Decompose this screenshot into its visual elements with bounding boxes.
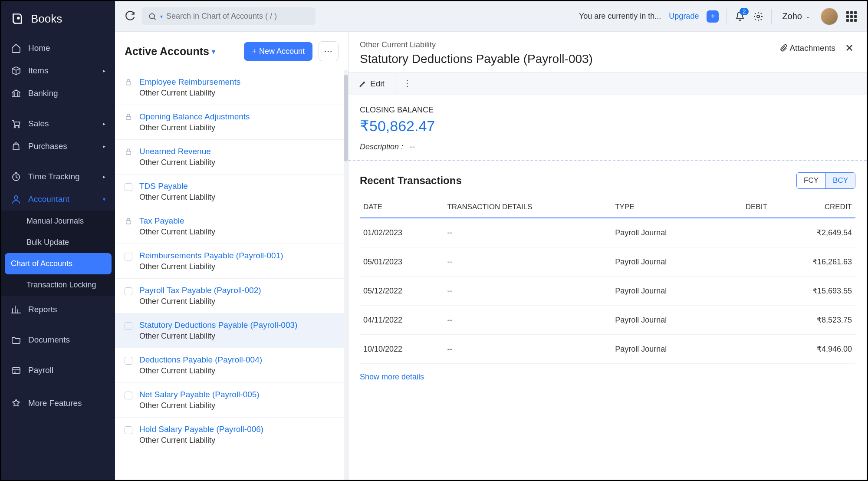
account-name[interactable]: Employee Reimbursements bbox=[139, 77, 334, 87]
chevron-down-icon: ▾ bbox=[212, 47, 215, 56]
chevron-right-icon: ▸ bbox=[103, 121, 105, 127]
account-name[interactable]: Unearned Revenue bbox=[139, 147, 334, 156]
account-row[interactable]: Reimbursements Payable (Payroll-001)Othe… bbox=[115, 244, 344, 279]
account-name[interactable]: TDS Payable bbox=[139, 181, 334, 191]
account-name[interactable]: Opening Balance Adjustments bbox=[139, 112, 334, 122]
refresh-icon[interactable] bbox=[125, 11, 136, 22]
show-more-link[interactable]: Show more details bbox=[360, 372, 424, 382]
account-row[interactable]: Deductions Payable (Payroll-004)Other Cu… bbox=[115, 348, 344, 383]
account-row[interactable]: Hold Salary Payable (Payroll-006)Other C… bbox=[115, 418, 344, 452]
account-row[interactable]: TDS PayableOther Current Liability bbox=[115, 175, 344, 209]
fcy-button[interactable]: FCY bbox=[797, 173, 825, 188]
tx-details: -- bbox=[444, 306, 612, 335]
org-switcher[interactable]: Zoho ⌄ bbox=[779, 11, 813, 21]
account-name[interactable]: Tax Payable bbox=[139, 216, 334, 226]
sidebar-item-label: Payroll bbox=[28, 366, 53, 375]
transaction-row[interactable]: 04/11/2022--Payroll Journal₹8,523.75 bbox=[360, 306, 855, 335]
sidebar-item-label: Reports bbox=[28, 305, 57, 314]
account-name[interactable]: Reimbursements Payable (Payroll-001) bbox=[139, 251, 334, 260]
sidebar-item-accountant[interactable]: Accountant▾ bbox=[1, 188, 115, 211]
apps-grid-icon[interactable] bbox=[846, 11, 857, 22]
search-scope-chevron[interactable]: ▾ bbox=[160, 13, 163, 20]
gear-icon[interactable] bbox=[753, 11, 763, 22]
sidebar-subitem-manual-journals[interactable]: Manual Journals bbox=[1, 211, 115, 232]
transaction-row[interactable]: 01/02/2023--Payroll Journal₹2,649.54 bbox=[360, 218, 855, 247]
sidebar-item-sales[interactable]: Sales▸ bbox=[1, 112, 115, 135]
row-checkbox[interactable] bbox=[125, 392, 132, 399]
new-account-button[interactable]: + New Account bbox=[244, 42, 312, 61]
nav-list: HomeItems▸BankingSales▸Purchases▸Time Tr… bbox=[1, 37, 115, 415]
account-row[interactable]: Employee ReimbursementsOther Current Lia… bbox=[115, 70, 344, 105]
account-name[interactable]: Statutory Deductions Payable (Payroll-00… bbox=[139, 320, 334, 330]
avatar[interactable] bbox=[821, 8, 838, 25]
scrollbar[interactable] bbox=[344, 70, 348, 480]
edit-button[interactable]: Edit bbox=[349, 72, 395, 95]
upgrade-link[interactable]: Upgrade bbox=[669, 12, 699, 21]
transactions-title: Recent Transactions bbox=[360, 175, 462, 187]
sidebar-item-items[interactable]: Items▸ bbox=[1, 59, 115, 82]
account-type: Other Current Liability bbox=[139, 436, 334, 445]
sidebar-subitem-chart-of-accounts[interactable]: Chart of Accounts bbox=[5, 253, 112, 274]
scrollbar-thumb[interactable] bbox=[344, 75, 348, 161]
row-checkbox[interactable] bbox=[125, 322, 132, 330]
tx-date: 05/12/2022 bbox=[360, 277, 444, 306]
sidebar-subitem-transaction-locking[interactable]: Transaction Locking bbox=[1, 274, 115, 296]
account-row[interactable]: Net Salary Payable (Payroll-005)Other Cu… bbox=[115, 383, 344, 418]
attachments-button[interactable]: Attachments bbox=[779, 43, 835, 53]
close-button[interactable]: ✕ bbox=[843, 40, 855, 56]
account-row[interactable]: Statutory Deductions Payable (Payroll-00… bbox=[115, 313, 344, 348]
account-type: Other Current Liability bbox=[139, 227, 334, 237]
plus-icon: + bbox=[252, 47, 256, 56]
row-checkbox[interactable] bbox=[125, 357, 132, 365]
sidebar-item-time-tracking[interactable]: Time Tracking▸ bbox=[1, 165, 115, 188]
account-row[interactable]: Opening Balance AdjustmentsOther Current… bbox=[115, 105, 344, 140]
new-account-label: New Account bbox=[259, 47, 305, 56]
sidebar-item-payroll[interactable]: Payroll bbox=[1, 359, 115, 382]
edit-label: Edit bbox=[370, 79, 385, 89]
account-list[interactable]: Employee ReimbursementsOther Current Lia… bbox=[115, 70, 344, 480]
transaction-row[interactable]: 05/01/2023--Payroll Journal₹16,261.63 bbox=[360, 247, 855, 277]
bcy-button[interactable]: BCY bbox=[825, 173, 855, 188]
row-checkbox[interactable] bbox=[125, 287, 132, 295]
tx-date: 04/11/2022 bbox=[360, 306, 444, 335]
sidebar-item-home[interactable]: Home bbox=[1, 37, 115, 59]
sidebar-item-more-features[interactable]: More Features bbox=[1, 392, 115, 415]
col-credit: CREDIT bbox=[771, 197, 855, 218]
search-input[interactable] bbox=[166, 12, 309, 21]
sidebar-item-documents[interactable]: Documents bbox=[1, 329, 115, 351]
sidebar-item-banking[interactable]: Banking bbox=[1, 82, 115, 105]
svg-point-7 bbox=[757, 15, 760, 18]
account-row[interactable]: Payroll Tax Payable (Payroll-002)Other C… bbox=[115, 279, 344, 313]
detail-breadcrumb: Other Current Liability bbox=[360, 40, 593, 49]
search-icon bbox=[148, 12, 157, 21]
account-name[interactable]: Payroll Tax Payable (Payroll-002) bbox=[139, 286, 334, 295]
row-checkbox[interactable] bbox=[125, 426, 132, 434]
lock-icon bbox=[125, 148, 132, 155]
search-box[interactable]: ▾ bbox=[142, 7, 316, 25]
detail-more-button[interactable]: ⋮ bbox=[395, 72, 419, 95]
account-row[interactable]: Unearned RevenueOther Current Liability bbox=[115, 140, 344, 175]
list-more-button[interactable]: ⋯ bbox=[319, 41, 339, 61]
account-row-body: Statutory Deductions Payable (Payroll-00… bbox=[139, 320, 334, 341]
row-checkbox[interactable] bbox=[125, 253, 132, 260]
quick-create-button[interactable]: + bbox=[707, 10, 719, 23]
account-name[interactable]: Net Salary Payable (Payroll-005) bbox=[139, 390, 334, 399]
notifications-button[interactable]: 2 bbox=[735, 11, 745, 22]
svg-point-0 bbox=[17, 17, 19, 19]
account-row-body: Opening Balance AdjustmentsOther Current… bbox=[139, 112, 334, 132]
account-row-body: TDS PayableOther Current Liability bbox=[139, 181, 334, 202]
transaction-row[interactable]: 05/12/2022--Payroll Journal₹15,693.55 bbox=[360, 277, 855, 306]
sidebar-item-purchases[interactable]: Purchases▸ bbox=[1, 135, 115, 158]
transaction-row[interactable]: 10/10/2022--Payroll Journal₹4,946.00 bbox=[360, 335, 855, 364]
account-name[interactable]: Deductions Payable (Payroll-004) bbox=[139, 355, 334, 365]
account-name[interactable]: Hold Salary Payable (Payroll-006) bbox=[139, 425, 334, 434]
bank-icon bbox=[11, 88, 21, 99]
chevron-down-icon: ⌄ bbox=[806, 13, 810, 20]
sidebar-item-reports[interactable]: Reports bbox=[1, 298, 115, 321]
account-row[interactable]: Tax PayableOther Current Liability bbox=[115, 209, 344, 244]
sidebar-subitem-bulk-update[interactable]: Bulk Update bbox=[1, 232, 115, 253]
row-checkbox[interactable] bbox=[125, 183, 132, 191]
list-filter-dropdown[interactable]: Active Accounts ▾ bbox=[125, 45, 215, 58]
app-logo[interactable]: Books bbox=[1, 1, 115, 37]
description-value: -- bbox=[410, 142, 415, 151]
